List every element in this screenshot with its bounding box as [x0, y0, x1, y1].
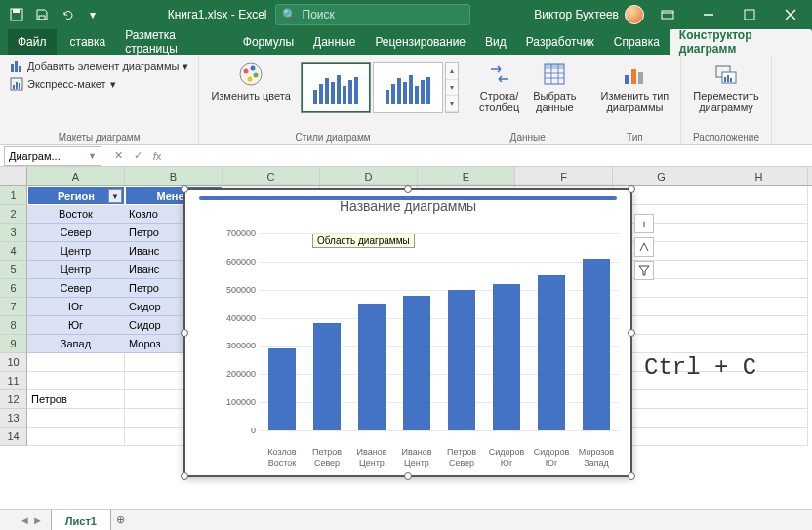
col-header[interactable]: B [125, 167, 223, 185]
cell[interactable]: Центр [27, 242, 125, 261]
sheet-next-icon[interactable]: ► [32, 514, 43, 526]
cancel-formula-icon[interactable]: ✕ [109, 147, 127, 165]
chart-elements-button[interactable]: + [634, 214, 654, 233]
chart-title-handle[interactable] [199, 196, 617, 200]
ribbon-options-icon[interactable] [650, 0, 685, 29]
row-header[interactable]: 10 [0, 353, 27, 372]
cell[interactable]: Север [27, 279, 125, 298]
chart-filters-button[interactable] [634, 261, 654, 280]
chart-plot-area[interactable]: 0100000200000300000400000500000600000700… [215, 233, 619, 430]
tab-review[interactable]: Рецензирование [365, 29, 475, 55]
col-header[interactable]: G [613, 167, 710, 185]
cell[interactable] [27, 353, 125, 372]
qat-dropdown-icon[interactable]: ▾ [82, 4, 103, 25]
cell[interactable] [710, 428, 808, 446]
tab-data[interactable]: Данные [304, 29, 365, 55]
cell[interactable] [27, 409, 125, 428]
save-icon[interactable] [31, 4, 53, 25]
maximize-icon[interactable] [732, 0, 767, 29]
chart-bar[interactable] [448, 290, 475, 430]
undo-icon[interactable] [57, 4, 78, 25]
cell[interactable]: Восток [27, 205, 125, 224]
cell[interactable] [27, 372, 125, 390]
chart-bar[interactable] [403, 296, 430, 431]
chart-bar[interactable] [538, 275, 565, 430]
cell[interactable] [710, 335, 808, 353]
add-sheet-button[interactable]: ⊕ [111, 513, 131, 526]
cell[interactable]: Центр [27, 261, 125, 279]
enter-formula-icon[interactable]: ✓ [129, 147, 146, 165]
cell[interactable] [27, 428, 125, 446]
search-box[interactable]: 🔍 Поиск [275, 4, 470, 25]
cell[interactable]: Юг [27, 298, 125, 316]
chart-object[interactable]: Название диаграммы Область диаграммы 010… [183, 188, 632, 477]
row-header[interactable]: 11 [0, 372, 27, 390]
tab-page-layout[interactable]: Разметка страницы [115, 29, 233, 55]
cell[interactable] [710, 205, 808, 224]
cell[interactable] [710, 316, 808, 335]
chart-bar[interactable] [268, 348, 296, 430]
row-header[interactable]: 5 [0, 261, 27, 279]
chart-title[interactable]: Название диаграммы [185, 190, 630, 214]
row-header[interactable]: 6 [0, 279, 27, 298]
col-header[interactable]: E [418, 167, 515, 185]
name-box[interactable]: Диаграм... ▼ [4, 146, 102, 166]
gallery-more-button[interactable]: ▴▾▾ [445, 62, 459, 113]
chart-bar[interactable] [358, 304, 386, 430]
cell[interactable] [710, 186, 808, 205]
row-header[interactable]: 12 [0, 390, 27, 409]
autosave-icon[interactable] [6, 4, 27, 25]
tab-developer[interactable]: Разработчик [516, 29, 604, 55]
cell[interactable] [710, 242, 808, 261]
cell[interactable]: Север [27, 224, 125, 242]
row-header[interactable]: 9 [0, 335, 27, 353]
cell[interactable] [710, 298, 808, 316]
row-header[interactable]: 2 [0, 205, 27, 224]
tab-chart-design[interactable]: Конструктор диаграмм [670, 29, 812, 55]
chart-bar[interactable] [493, 284, 520, 430]
col-header[interactable]: H [710, 167, 808, 185]
chart-style-1[interactable] [301, 62, 371, 113]
cell[interactable] [710, 224, 808, 242]
change-colors-button[interactable]: Изменить цвета [207, 59, 294, 103]
chart-bar[interactable] [313, 323, 341, 430]
close-icon[interactable] [773, 0, 808, 29]
cell[interactable]: Юг [27, 316, 125, 335]
chart-styles-button[interactable] [634, 237, 654, 257]
row-header[interactable]: 8 [0, 316, 27, 335]
cell[interactable]: Запад [27, 335, 125, 353]
switch-row-col-button[interactable]: Строка/ столбец [475, 59, 523, 115]
row-header[interactable]: 7 [0, 298, 27, 316]
sheet-tab-1[interactable]: Лист1 [51, 510, 111, 531]
cell[interactable]: Регион▼ [27, 186, 125, 205]
col-header[interactable]: D [320, 167, 418, 185]
tab-insert[interactable]: ставка [61, 29, 116, 55]
cell[interactable]: Петров [27, 390, 125, 409]
tab-file[interactable]: Файл [8, 29, 57, 55]
quick-layout-button[interactable]: Экспресс-макет ▾ [8, 76, 190, 92]
row-header[interactable]: 1 [0, 186, 27, 205]
cell[interactable] [710, 390, 808, 409]
formula-input[interactable] [170, 146, 812, 166]
select-all-corner[interactable] [0, 167, 27, 185]
tab-help[interactable]: Справка [604, 29, 670, 55]
cell[interactable] [710, 409, 808, 428]
tab-formulas[interactable]: Формулы [233, 29, 304, 55]
fx-icon[interactable]: fx [148, 147, 166, 165]
minimize-icon[interactable] [691, 0, 726, 29]
row-header[interactable]: 13 [0, 409, 27, 428]
tab-view[interactable]: Вид [475, 29, 516, 55]
select-data-button[interactable]: Выбрать данные [529, 59, 580, 115]
cell[interactable] [710, 279, 808, 298]
col-header[interactable]: A [27, 167, 125, 185]
chart-style-2[interactable] [373, 62, 443, 113]
change-chart-type-button[interactable]: Изменить тип диаграммы [597, 59, 673, 115]
chart-bar[interactable] [583, 259, 610, 430]
sheet-prev-icon[interactable]: ◄ [20, 514, 30, 526]
add-chart-element-button[interactable]: Добавить элемент диаграммы ▾ [8, 59, 190, 74]
col-header[interactable]: C [223, 167, 320, 185]
move-chart-button[interactable]: Переместить диаграмму [689, 59, 762, 115]
col-header[interactable]: F [515, 167, 613, 185]
row-header[interactable]: 14 [0, 428, 27, 446]
filter-button[interactable]: ▼ [108, 189, 122, 203]
